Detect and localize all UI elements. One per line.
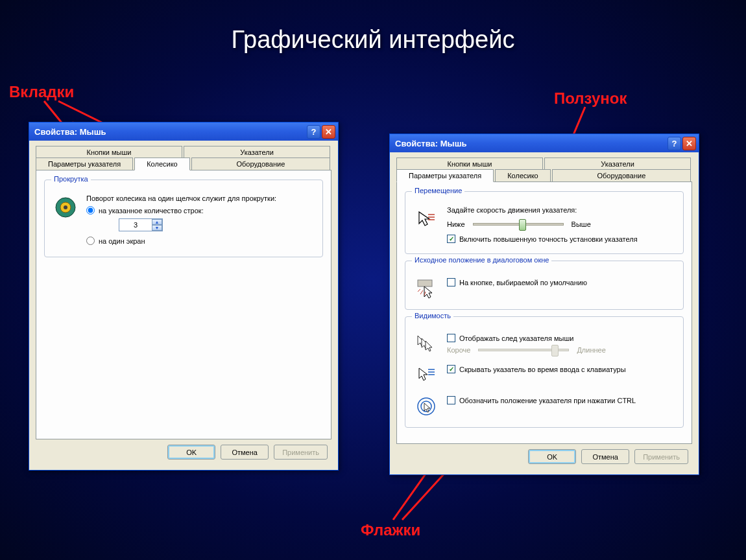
tab-buttons[interactable]: Кнопки мыши <box>396 158 543 170</box>
precision-label: Включить повышенную точность установки у… <box>459 235 638 243</box>
tab-wheel[interactable]: Колесико <box>495 169 551 182</box>
apply-button[interactable]: Применить <box>634 449 688 464</box>
scroll-desc: Поворот колесика на один щелчок служит д… <box>86 194 315 202</box>
help-button[interactable]: ? <box>307 125 320 139</box>
radio-screen[interactable] <box>86 237 95 245</box>
window-title: Свойства: Мышь <box>395 139 467 148</box>
trail-slider <box>478 349 569 351</box>
checkbox-ctrl-locate[interactable] <box>447 396 455 404</box>
tab-wheel[interactable]: Колесико <box>134 158 190 170</box>
close-button[interactable]: ✕ <box>682 137 696 150</box>
radio-lines[interactable] <box>86 206 95 215</box>
spinner-down[interactable]: ▼ <box>152 225 162 231</box>
snap-label: На кнопке, выбираемой по умолчанию <box>459 279 587 286</box>
lines-input[interactable] <box>119 219 152 231</box>
group-move-title: Перемещение <box>412 187 464 194</box>
hide-typing-label: Скрывать указатель во время ввода с клав… <box>459 366 626 373</box>
group-scroll: Прокрутка Поворот колесика на один щелчо… <box>44 180 323 257</box>
cancel-button[interactable]: Отмена <box>581 449 629 464</box>
ok-button[interactable]: OK <box>167 445 215 460</box>
speed-slider[interactable] <box>473 223 564 226</box>
tab-pointers[interactable]: Указатели <box>184 146 330 158</box>
tab-buttons[interactable]: Кнопки мыши <box>36 146 182 158</box>
annotation-tabs: Вкладки <box>9 83 74 101</box>
pointer-speed-icon <box>413 206 439 232</box>
radio-screen-label: на один экран <box>99 237 145 245</box>
checkbox-snap[interactable] <box>447 278 455 286</box>
ctrl-locate-icon <box>413 393 439 419</box>
group-visibility: Видимость Отображать след указателя мыши <box>405 316 684 428</box>
checkbox-trail[interactable] <box>447 334 455 342</box>
tab-hardware[interactable]: Оборудование <box>552 169 691 182</box>
window-title: Свойства: Мышь <box>34 127 106 137</box>
trail-long-label: Длиннее <box>577 346 605 354</box>
group-snap: Исходное положение в диалоговом окне На … <box>405 261 684 310</box>
help-button[interactable]: ? <box>668 137 681 150</box>
hide-typing-icon <box>413 362 439 388</box>
close-button[interactable]: ✕ <box>322 125 335 139</box>
apply-button[interactable]: Применить <box>274 445 328 460</box>
group-visibility-title: Видимость <box>412 312 453 320</box>
tab-pointer-options[interactable]: Параметры указателя <box>36 158 133 170</box>
slider-slow-label: Ниже <box>447 220 465 228</box>
dialog-mouse-right: Свойства: Мышь ? ✕ Кнопки мыши Указатели… <box>389 134 699 475</box>
dialog-mouse-left: Свойства: Мышь ? ✕ Кнопки мыши Указатели… <box>29 122 339 471</box>
svg-rect-13 <box>418 280 432 286</box>
group-scroll-title: Прокрутка <box>51 175 91 183</box>
checkbox-precision[interactable]: ✓ <box>447 235 455 243</box>
titlebar[interactable]: Свойства: Мышь ? ✕ <box>29 122 338 141</box>
svg-point-12 <box>64 205 67 209</box>
speed-desc: Задайте скорость движения указателя: <box>447 206 675 214</box>
annotation-slider: Ползунок <box>554 89 627 108</box>
group-snap-title: Исходное положение в диалоговом окне <box>412 256 551 264</box>
cancel-button[interactable]: Отмена <box>221 445 269 460</box>
slider-fast-label: Выше <box>572 220 591 228</box>
ok-button[interactable]: OK <box>528 449 576 464</box>
trail-label: Отображать след указателя мыши <box>459 334 573 342</box>
radio-lines-label: на указанное количество строк: <box>99 207 204 215</box>
tab-hardware[interactable]: Оборудование <box>191 158 330 170</box>
group-move: Перемещение Задайте скорость движения ук… <box>405 191 684 254</box>
slide-title: Графический интерфейс <box>0 26 746 54</box>
wheel-icon <box>53 194 78 220</box>
tab-pointers[interactable]: Указатели <box>544 158 691 170</box>
snap-icon <box>413 275 439 301</box>
titlebar[interactable]: Свойства: Мышь ? ✕ <box>390 134 699 152</box>
spinner-up[interactable]: ▲ <box>152 219 162 225</box>
trail-short-label: Короче <box>447 346 470 354</box>
trail-icon <box>413 331 439 357</box>
checkbox-hide-typing[interactable]: ✓ <box>447 365 455 373</box>
ctrl-locate-label: Обозначить положение указателя при нажат… <box>459 397 636 404</box>
lines-spinner[interactable]: ▲ ▼ <box>119 218 163 231</box>
tab-pointer-options[interactable]: Параметры указателя <box>396 169 494 182</box>
annotation-checkboxes: Флажки <box>361 521 420 539</box>
